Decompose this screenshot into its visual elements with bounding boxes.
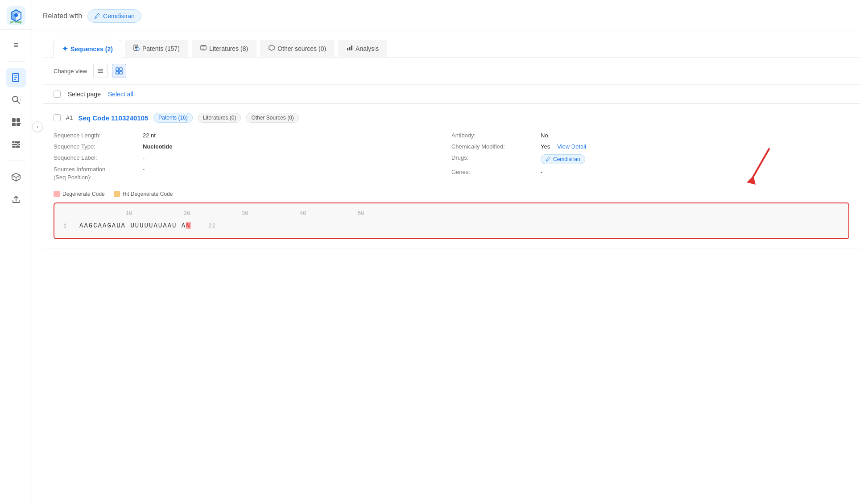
sidebar: patsnap ≡: [0, 0, 32, 504]
badge-literatures[interactable]: Literatures (0): [198, 113, 241, 123]
svg-rect-41: [120, 68, 122, 70]
svg-rect-35: [349, 47, 351, 50]
legend-label-hit-degenerate: Hit Degenerate Code: [123, 191, 173, 197]
detail-seq-type: Sequence Type: Nucleotide: [54, 141, 451, 152]
detail-seq-label: Sequence Label: -: [54, 152, 451, 163]
sidebar-item-tools[interactable]: [6, 135, 26, 154]
header-bar: Related with 🖊 Cemdisiran: [32, 0, 860, 32]
svg-rect-36: [351, 45, 352, 50]
view-grid-button[interactable]: [112, 64, 126, 78]
detail-value-seq-type: Nucleotide: [143, 143, 172, 150]
tab-other-sources-label: Other sources (0): [277, 45, 326, 52]
main-content: Related with 🖊 Cemdisiran › ✦ Sequences …: [32, 0, 860, 504]
tab-sequences-icon: ✦: [62, 45, 68, 53]
sidebar-item-package[interactable]: [6, 167, 26, 187]
sidebar-item-menu[interactable]: ≡: [6, 35, 26, 55]
svg-point-1: [14, 13, 18, 17]
select-bar: Select page Select all: [43, 85, 860, 103]
detail-label-seq-label: Sequence Label:: [54, 154, 143, 161]
sequence-content: 1 AAGCAAGAUA UUUUUAUAAU AN 22: [63, 220, 839, 231]
legend-box-orange: [114, 191, 120, 197]
select-all-link[interactable]: Select all: [108, 91, 133, 98]
view-list-button[interactable]: [93, 64, 108, 78]
sidebar-item-docs[interactable]: [6, 68, 26, 87]
detail-value-seq-label: -: [143, 154, 145, 161]
sidebar-divider-2: [7, 161, 25, 161]
tab-analysis[interactable]: Analysis: [338, 40, 387, 57]
menu-icon: ≡: [13, 41, 18, 49]
sidebar-item-grid[interactable]: [6, 112, 26, 132]
details-left: Sequence Length: 22 nt Sequence Type: Nu…: [54, 130, 451, 184]
detail-label-sources-info: Sources Information(Seq Position):: [54, 165, 143, 182]
detail-value-seq-length: 22 nt: [143, 132, 156, 139]
result-seq-code-link[interactable]: Seq Code 1103240105: [79, 114, 149, 122]
grid-view-icon: [116, 67, 123, 74]
svg-rect-40: [116, 68, 119, 70]
result-checkbox-1[interactable]: [54, 114, 61, 121]
detail-drugs: Drugs: 🖊 Cemdisiran: [451, 152, 849, 166]
tab-other-sources[interactable]: Other sources (0): [260, 40, 335, 57]
svg-point-18: [13, 141, 15, 143]
logo-area: patsnap: [0, 0, 32, 30]
related-with-label: Related with: [43, 12, 82, 20]
svg-line-8: [17, 101, 20, 103]
badge-literatures-label: Literatures (0): [203, 115, 236, 121]
svg-point-19: [17, 144, 19, 145]
legend: Degenerate Code Hit Degenerate Code: [54, 191, 849, 197]
toolbar: Change view: [43, 58, 860, 85]
svg-rect-43: [120, 71, 122, 74]
detail-label-antibody: Antibody:: [451, 132, 541, 139]
tools-icon: [11, 140, 21, 149]
legend-box-pink: [54, 191, 60, 197]
details-right: Antibody: No Chemically Modified: Yes Vi…: [451, 130, 849, 184]
result-item-1: #1 Seq Code 1103240105 Patents (16) Lite…: [43, 104, 860, 248]
result-number-1: #1: [66, 114, 73, 121]
seq-end-number: 22: [209, 223, 216, 229]
detail-label-genes: Genes:: [451, 169, 541, 175]
detail-chemically-modified: Chemically Modified: Yes View Detail: [451, 141, 849, 152]
detail-label-drugs: Drugs:: [451, 154, 541, 161]
svg-rect-42: [116, 71, 119, 74]
legend-degenerate: Degenerate Code: [54, 191, 105, 197]
tab-patents-icon: [133, 45, 140, 52]
ruler-baseline: [85, 217, 829, 217]
tab-literatures-icon: [200, 45, 207, 52]
tab-literatures[interactable]: Literatures (8): [192, 40, 256, 57]
drug-badge-icon: 🖊: [546, 156, 551, 162]
svg-rect-28: [136, 48, 139, 50]
list-view-icon: [97, 67, 104, 74]
seq-text-main: AAGCAAGAUA UUUUUAUAAU AN: [79, 222, 191, 229]
header-left: Related with 🖊 Cemdisiran: [43, 9, 141, 23]
collapse-button-area: ›: [32, 32, 43, 504]
detail-label-chem-mod: Chemically Modified:: [451, 143, 541, 150]
badge-patents[interactable]: Patents (16): [153, 113, 192, 123]
select-page-label: Select page: [68, 91, 101, 98]
svg-rect-12: [12, 123, 16, 126]
tab-sequences[interactable]: ✦ Sequences (2): [54, 40, 121, 58]
detail-antibody: Antibody: No: [451, 130, 849, 141]
sidebar-item-search[interactable]: [6, 90, 26, 110]
tab-other-sources-icon: [269, 45, 275, 52]
drug-badge-inline-cemdisiran[interactable]: 🖊 Cemdisiran: [541, 154, 585, 164]
detail-genes: Genes: -: [451, 166, 849, 178]
svg-rect-34: [347, 48, 348, 50]
app-logo[interactable]: patsnap: [7, 6, 25, 25]
sidebar-item-upload[interactable]: [6, 190, 26, 209]
detail-label-seq-type: Sequence Type:: [54, 143, 143, 150]
svg-rect-13: [17, 123, 20, 126]
tab-sequences-label: Sequences (2): [70, 45, 113, 53]
collapse-circle-button[interactable]: ›: [32, 121, 43, 132]
tabs-bar: ✦ Sequences (2) Patents (157) Literatu: [43, 32, 860, 58]
sequence-viewer: 10 20 30 40 50: [54, 202, 849, 239]
svg-text:patsnap: patsnap: [10, 21, 22, 24]
view-detail-link[interactable]: View Detail: [557, 143, 586, 150]
legend-hit-degenerate: Hit Degenerate Code: [114, 191, 173, 197]
badge-other-sources[interactable]: Other Sources (0): [246, 113, 298, 123]
detail-sources-info: Sources Information(Seq Position): -: [54, 163, 451, 184]
tab-literatures-label: Literatures (8): [209, 45, 248, 52]
select-page-checkbox[interactable]: [54, 91, 61, 98]
tab-analysis-icon: [347, 45, 353, 52]
tab-patents[interactable]: Patents (157): [125, 40, 188, 57]
drug-tag-cemdisiran[interactable]: 🖊 Cemdisiran: [87, 9, 141, 23]
sidebar-divider-1: [7, 61, 25, 62]
